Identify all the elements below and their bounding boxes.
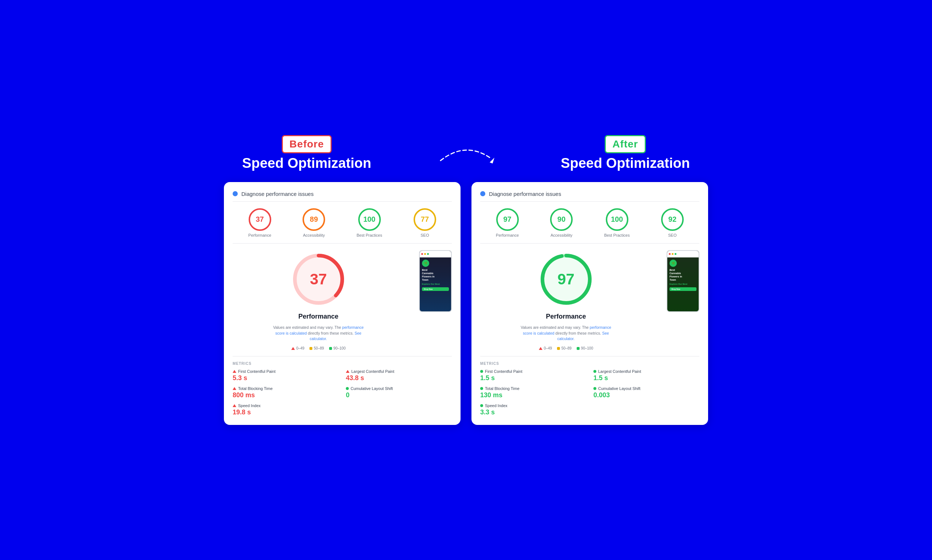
after-score-label-seo: SEO: [668, 233, 677, 237]
before-metric-si-value: 19.8 s: [233, 409, 338, 416]
before-score-seo: 77 SEO: [414, 208, 436, 237]
before-scores-row: 37 Performance 89 Accessibility 100 Best…: [233, 208, 452, 244]
after-metric-tbt: Total Blocking Time 130 ms: [480, 386, 586, 399]
before-score-circle-accessibility: 89: [303, 208, 325, 231]
before-legend: 0–49 50–89 90–100: [291, 346, 346, 350]
before-score-label-performance: Performance: [248, 233, 271, 237]
after-legend-good: 90–100: [577, 346, 593, 350]
before-metric-cls-value: 0: [346, 391, 452, 399]
before-legend-bad: 0–49: [291, 346, 305, 350]
before-score-label-seo: SEO: [420, 233, 429, 237]
after-metric-cls: Cumulative Layout Shift 0.003: [594, 386, 699, 399]
after-metric-cls-icon: [594, 387, 596, 390]
before-legend-triangle: [291, 347, 295, 350]
after-legend-bad-label: 0–49: [544, 346, 552, 350]
after-legend-mid: 50–89: [557, 346, 572, 350]
after-metric-lcp-label: Largest Contentful Paint: [598, 369, 641, 374]
before-score-label-best-practices: Best Practices: [357, 233, 382, 237]
before-metric-tbt-icon: [233, 387, 236, 390]
before-legend-bad-label: 0–49: [296, 346, 305, 350]
before-metric-fcp-label: First Contentful Paint: [238, 369, 275, 374]
before-metric-lcp-header: Largest Contentful Paint: [346, 369, 452, 374]
before-legend-good-dot: [329, 347, 332, 350]
after-logo: 🌿: [669, 260, 677, 267]
arrow-svg: [433, 139, 499, 168]
before-score-accessibility: 89 Accessibility: [303, 208, 325, 237]
after-metric-si-value: 3.3 s: [480, 409, 586, 416]
page-wrapper: Before Speed Optimization After Speed Op…: [211, 135, 721, 425]
after-score-circle-best-practices: 100: [606, 208, 628, 231]
before-screenshot-sub: Explore Our Best: [422, 283, 449, 285]
after-screenshot-body: 🌿 BestCannabisFlowers inTown Explore Our…: [667, 257, 699, 293]
after-metric-si-icon: [480, 404, 483, 407]
after-card: Diagnose performance issues 97 Performan…: [471, 182, 708, 425]
after-metric-cls-value: 0.003: [594, 391, 699, 399]
after-score-label-best-practices: Best Practices: [604, 233, 629, 237]
before-legend-good-label: 90–100: [334, 346, 346, 350]
before-dot-yellow: [424, 253, 426, 255]
before-metric-fcp: First Contentful Paint 5.3 s: [233, 369, 338, 382]
after-screenshot-area: 🌿 BestCannabisFlowers inTown Explore Our…: [667, 250, 699, 312]
after-legend-good-label: 90–100: [581, 346, 593, 350]
before-metrics-section: METRICS First Contentful Paint 5.3 s Lar…: [233, 356, 452, 416]
after-legend-triangle: [539, 347, 543, 350]
before-metric-lcp-label: Largest Contentful Paint: [351, 369, 394, 374]
before-perf-link2[interactable]: See calculator.: [310, 331, 361, 341]
before-metric-si-header: Speed Index: [233, 403, 338, 408]
after-metric-lcp-value: 1.5 s: [594, 374, 699, 382]
before-perf-section: 37 Performance Values are estimated and …: [233, 250, 404, 350]
after-card-title: Diagnose performance issues: [489, 191, 561, 197]
after-metric-fcp-icon: [480, 370, 483, 373]
before-card: Diagnose performance issues 37 Performan…: [224, 182, 461, 425]
after-score-performance: 97 Performance: [496, 208, 519, 237]
before-legend-good: 90–100: [329, 346, 346, 350]
svg-marker-0: [490, 158, 494, 163]
after-metric-si-header: Speed Index: [480, 403, 586, 408]
before-metric-tbt-header: Total Blocking Time: [233, 386, 338, 391]
before-screenshot-btn: Shop Now: [422, 287, 449, 291]
after-metric-cls-header: Cumulative Layout Shift: [594, 386, 699, 391]
before-legend-mid-dot: [309, 347, 312, 350]
after-title: Speed Optimization: [561, 155, 690, 171]
before-metric-cls-icon: [346, 387, 349, 390]
after-perf-link1[interactable]: performance score is calculated: [523, 325, 611, 335]
after-score-circle-seo: 92: [661, 208, 684, 231]
before-big-circle: 37: [289, 250, 348, 308]
after-metric-lcp-icon: [594, 370, 596, 373]
after-metric-tbt-value: 130 ms: [480, 391, 586, 399]
before-big-score-text: 37: [310, 271, 327, 288]
after-metric-lcp: Largest Contentful Paint 1.5 s: [594, 369, 699, 382]
after-screenshot-topbar: [667, 251, 699, 257]
before-metric-si-icon: [233, 404, 236, 407]
after-screenshot: 🌿 BestCannabisFlowers inTown Explore Our…: [667, 250, 699, 312]
after-scores-row: 97 Performance 90 Accessibility 100 Best…: [480, 208, 699, 244]
before-score-circle-seo: 77: [414, 208, 436, 231]
before-perf-title: Performance: [298, 313, 338, 320]
before-metric-tbt: Total Blocking Time 800 ms: [233, 386, 338, 399]
after-metric-lcp-header: Largest Contentful Paint: [594, 369, 699, 374]
before-header: Before Speed Optimization: [242, 135, 371, 171]
after-metric-fcp-value: 1.5 s: [480, 374, 586, 382]
cards-row: Diagnose performance issues 37 Performan…: [211, 182, 721, 425]
headers-row: Before Speed Optimization After Speed Op…: [211, 135, 721, 171]
before-metric-fcp-icon: [233, 370, 236, 373]
before-screenshot-topbar: [420, 251, 451, 257]
after-metric-fcp: First Contentful Paint 1.5 s: [480, 369, 586, 382]
before-metric-lcp-icon: [346, 370, 349, 373]
before-perf-link1[interactable]: performance score is calculated: [275, 325, 363, 335]
after-screenshot-text: BestCannabisFlowers inTown: [669, 268, 697, 282]
after-score-seo: 92 SEO: [661, 208, 684, 237]
after-score-circle-accessibility: 90: [550, 208, 573, 231]
before-score-circle-performance: 37: [249, 208, 271, 231]
before-screenshot-area: 🌿 BestCannabisFlowers inTown Explore Our…: [419, 250, 452, 312]
after-metric-fcp-header: First Contentful Paint: [480, 369, 586, 374]
before-score-label-accessibility: Accessibility: [303, 233, 325, 237]
after-perf-link2[interactable]: See calculator.: [557, 331, 609, 341]
after-metric-si-label: Speed Index: [485, 403, 508, 408]
before-screenshot: 🌿 BestCannabisFlowers inTown Explore Our…: [419, 250, 452, 312]
after-score-label-performance: Performance: [496, 233, 519, 237]
after-metric-tbt-header: Total Blocking Time: [480, 386, 586, 391]
before-title: Speed Optimization: [242, 155, 371, 171]
after-score-accessibility: 90 Accessibility: [550, 208, 573, 237]
before-card-header: Diagnose performance issues: [233, 191, 452, 202]
